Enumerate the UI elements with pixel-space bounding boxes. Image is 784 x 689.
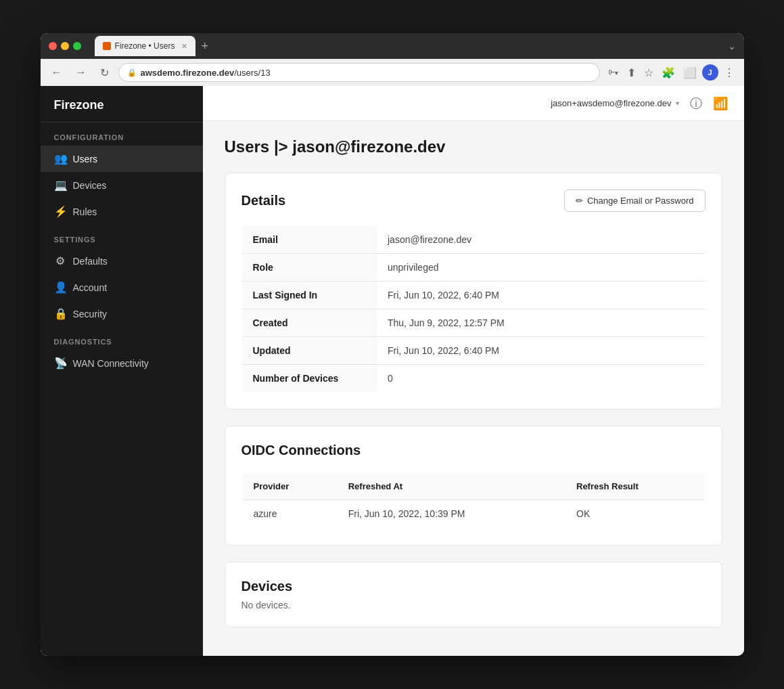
devices-card: Devices No devices. [225,562,722,627]
app-container: Firezone CONFIGURATION 👥 Users 💻 Devices… [41,86,744,656]
extension-icon[interactable]: 🧩 [659,64,678,82]
details-label-created: Created [241,309,377,337]
tab-dropdown-button[interactable]: ⌄ [728,41,736,51]
details-value-num-devices: 0 [377,365,705,393]
menu-icon[interactable]: ⋮ [721,64,737,82]
sidebar-item-defaults-label: Defaults [73,256,108,267]
help-icon[interactable]: ⓘ [690,95,702,112]
wan-icon: 📡 [54,357,66,370]
sidebar-item-wan-label: WAN Connectivity [73,358,149,369]
devices-icon: 💻 [54,179,66,192]
maximize-button[interactable] [73,42,81,50]
traffic-lights [49,42,81,50]
users-icon: 👥 [54,152,66,165]
profile-badge[interactable]: J [702,64,718,81]
oidc-section-header: OIDC Connections [241,443,706,458]
tab-close-button[interactable]: ✕ [181,42,187,51]
change-email-password-button[interactable]: ✏ Change Email or Password [564,190,706,212]
details-value-last-signed-in: Fri, Jun 10, 2022, 6:40 PM [377,282,705,309]
details-label-email: Email [241,226,377,254]
tab-title: Firezone • Users [115,41,175,51]
rules-icon: ⚡ [54,205,66,218]
address-domain: awsdemo.firezone.dev/users/13 [141,68,271,78]
sidebar-item-security[interactable]: 🔒 Security [41,301,203,327]
sidebar-item-users[interactable]: 👥 Users [41,146,203,172]
user-menu[interactable]: jason+awsdemo@firezone.dev ▾ [551,98,678,108]
share-icon[interactable]: ⬆ [624,64,639,82]
details-value-email: jason@firezone.dev [377,226,705,254]
back-button[interactable]: ← [47,64,66,81]
edit-icon: ✏ [576,196,583,206]
oidc-col-refreshed-at: Refreshed At [338,472,566,500]
table-row: Email jason@firezone.dev [241,226,705,254]
sidebar: Firezone CONFIGURATION 👥 Users 💻 Devices… [41,86,203,656]
page-content: Users |> jason@firezone.dev Details ✏ Ch… [203,121,744,656]
reload-button[interactable]: ↻ [96,64,113,82]
user-email: jason+awsdemo@firezone.dev [551,98,671,108]
browser-toolbar: ← → ↻ 🔒 awsdemo.firezone.dev/users/13 🗝 … [41,59,744,86]
close-button[interactable] [49,42,57,50]
sidebar-logo: Firezone [41,86,203,123]
address-bar[interactable]: 🔒 awsdemo.firezone.dev/users/13 [118,63,600,82]
oidc-card: OIDC Connections Provider Refreshed At R… [225,426,722,546]
sidebar-item-rules[interactable]: ⚡ Rules [41,198,203,225]
table-row: Created Thu, Jun 9, 2022, 12:57 PM [241,309,705,337]
details-label-role: Role [241,254,377,282]
chevron-down-icon: ▾ [676,99,679,107]
no-devices-text: No devices. [241,600,706,610]
active-tab[interactable]: Firezone • Users ✕ [95,36,196,56]
browser-titlebar: Firezone • Users ✕ + ⌄ [41,33,744,59]
oidc-refresh-result-value: OK [566,500,705,529]
table-row: Updated Fri, Jun 10, 2022, 6:40 PM [241,337,705,365]
bookmark-icon[interactable]: ☆ [641,64,656,82]
account-icon: 👤 [54,281,66,294]
details-card: Details ✏ Change Email or Password Email… [225,173,722,409]
settings-section-label: SETTINGS [41,225,203,248]
defaults-icon: ⚙ [54,254,66,267]
details-label-updated: Updated [241,337,377,365]
sidebar-item-users-label: Users [73,154,98,164]
oidc-col-provider: Provider [242,472,338,500]
oidc-header-row: Provider Refreshed At Refresh Result [242,472,705,500]
details-label-num-devices: Number of Devices [241,365,377,393]
oidc-data-row: azure Fri, Jun 10, 2022, 10:39 PM OK [242,500,705,529]
toolbar-icons: 🗝 ⬆ ☆ 🧩 ⬜ J ⋮ [605,64,737,82]
security-icon: 🔒 [54,307,66,320]
forward-button[interactable]: → [72,64,91,81]
top-bar: jason+awsdemo@firezone.dev ▾ ⓘ 📶 [203,86,744,121]
oidc-col-refresh-result: Refresh Result [566,472,705,500]
wifi-icon[interactable]: 📶 [713,96,728,111]
details-label-last-signed-in: Last Signed In [241,282,377,309]
details-value-created: Thu, Jun 9, 2022, 12:57 PM [377,309,705,337]
sidebar-item-devices[interactable]: 💻 Devices [41,172,203,198]
tab-bar: Firezone • Users ✕ + ⌄ [95,36,736,56]
sidebar-item-security-label: Security [73,309,108,319]
sidebar-item-defaults[interactable]: ⚙ Defaults [41,248,203,274]
tab-favicon [103,42,111,50]
sidebar-item-account[interactable]: 👤 Account [41,274,203,301]
sidebar-item-account-label: Account [73,282,108,293]
oidc-section-title: OIDC Connections [241,443,361,458]
details-value-updated: Fri, Jun 10, 2022, 6:40 PM [377,337,705,365]
sidebar-item-devices-label: Devices [73,180,107,191]
split-view-icon[interactable]: ⬜ [681,64,699,82]
page-title: Users |> jason@firezone.dev [225,137,722,156]
details-value-role: unprivileged [377,254,705,282]
details-section-title: Details [241,193,286,208]
sidebar-item-rules-label: Rules [73,206,97,217]
sidebar-item-wan[interactable]: 📡 WAN Connectivity [41,350,203,376]
oidc-provider-value: azure [242,500,338,529]
key-icon[interactable]: 🗝 [605,64,622,81]
details-section-header: Details ✏ Change Email or Password [241,190,706,212]
oidc-refreshed-at-value: Fri, Jun 10, 2022, 10:39 PM [338,500,566,529]
new-tab-button[interactable]: + [201,39,208,53]
lock-icon: 🔒 [127,68,137,77]
configuration-section-label: CONFIGURATION [41,123,203,146]
table-row: Role unprivileged [241,254,705,282]
table-row: Number of Devices 0 [241,365,705,393]
devices-section-title: Devices [241,579,706,594]
table-row: Last Signed In Fri, Jun 10, 2022, 6:40 P… [241,282,705,309]
minimize-button[interactable] [61,42,69,50]
diagnostics-section-label: DIAGNOSTICS [41,327,203,350]
main-content: jason+awsdemo@firezone.dev ▾ ⓘ 📶 Users |… [203,86,744,656]
